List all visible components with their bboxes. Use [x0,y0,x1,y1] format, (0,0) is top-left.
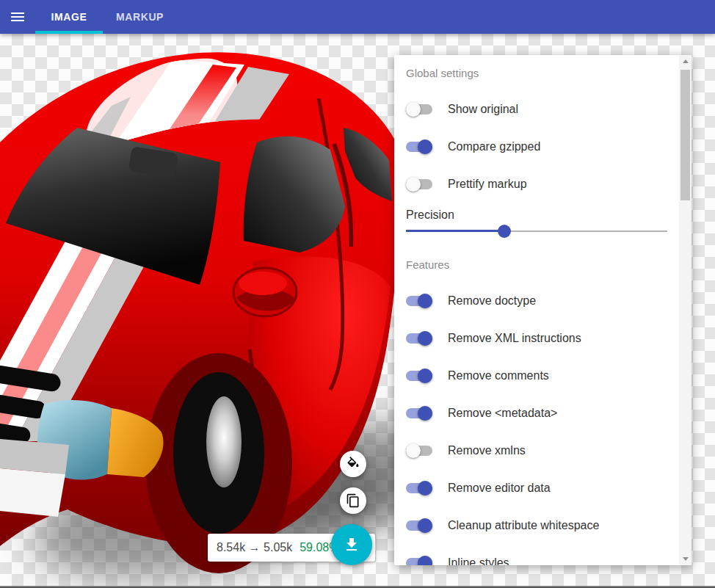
copy-icon [346,493,360,508]
toggle-switch[interactable] [406,331,432,346]
setting-label: Remove comments [448,369,549,382]
paint-bucket-icon [346,457,360,471]
setting-label: Remove XML instructions [448,332,581,345]
setting-row: Remove XML instructions [406,319,679,357]
setting-label: Cleanup attribute whitespace [448,519,599,532]
toggle-switch[interactable] [406,294,432,308]
setting-label: Remove xmlns [448,444,526,457]
setting-row: Compare gzipped [406,128,679,165]
background-color-button[interactable] [340,451,366,477]
scroll-up-icon[interactable] [679,55,692,68]
setting-row: Prettify markup [406,165,679,203]
size-report-text: 8.54k → 5.05k [217,541,292,554]
menu-button[interactable] [0,0,35,34]
toggle-switch[interactable] [406,481,432,496]
toggle-switch[interactable] [406,177,432,192]
tab-markup[interactable]: MARKUP [103,0,177,34]
setting-row: Remove comments [406,357,679,394]
copy-button[interactable] [340,487,366,514]
scroll-down-icon[interactable] [679,553,692,565]
settings-panel: Global settingsShow originalCompare gzip… [394,55,692,565]
arrow-glyph: → [249,541,261,553]
setting-label: Remove <metadata> [448,407,557,420]
toggle-switch[interactable] [406,102,432,117]
setting-label: Show original [448,103,518,116]
download-button[interactable] [331,524,372,565]
toggle-switch[interactable] [406,139,432,154]
setting-row: Remove editor data [406,469,679,507]
toggle-switch[interactable] [406,518,432,533]
precision-slider[interactable] [406,225,667,238]
optimized-size: 5.05k [264,541,292,553]
section-header: Global settings [406,67,679,81]
toggle-switch[interactable] [406,369,432,383]
tab-image[interactable]: IMAGE [35,0,103,34]
settings-list: Global settingsShow originalCompare gzip… [394,55,679,565]
tab-bar: IMAGEMARKUP [35,0,177,34]
setting-row: Remove doctype [406,282,679,319]
download-icon [343,536,360,553]
setting-label: Compare gzipped [448,140,540,153]
slider-label: Precision [406,208,679,225]
setting-label: Remove doctype [448,294,536,308]
setting-row: Cleanup attribute whitespace [406,507,679,544]
slider-thumb[interactable] [498,225,511,238]
setting-label: Remove editor data [448,482,551,495]
original-size: 8.54k [217,541,245,553]
section-header: Features [406,258,679,273]
panel-scrollbar[interactable] [679,55,692,565]
tab-label: MARKUP [116,11,164,23]
app-toolbar: IMAGEMARKUP [0,0,715,34]
preview-canvas: 8.54k → 5.05k 59.08% Global settingsShow… [0,34,715,588]
setting-label: Inline styles [448,556,509,566]
setting-row: Inline styles [406,544,679,565]
tab-label: IMAGE [51,11,87,23]
setting-row: Remove <metadata> [406,394,679,432]
scrollbar-thumb[interactable] [680,70,690,200]
menu-icon [9,8,26,26]
toggle-switch[interactable] [406,406,432,421]
setting-row: Remove xmlns [406,432,679,469]
toggle-switch[interactable] [406,443,432,458]
toggle-switch[interactable] [406,556,432,566]
setting-label: Prettify markup [448,178,527,191]
car-illustration [0,34,455,588]
setting-row: Show original [406,90,679,128]
